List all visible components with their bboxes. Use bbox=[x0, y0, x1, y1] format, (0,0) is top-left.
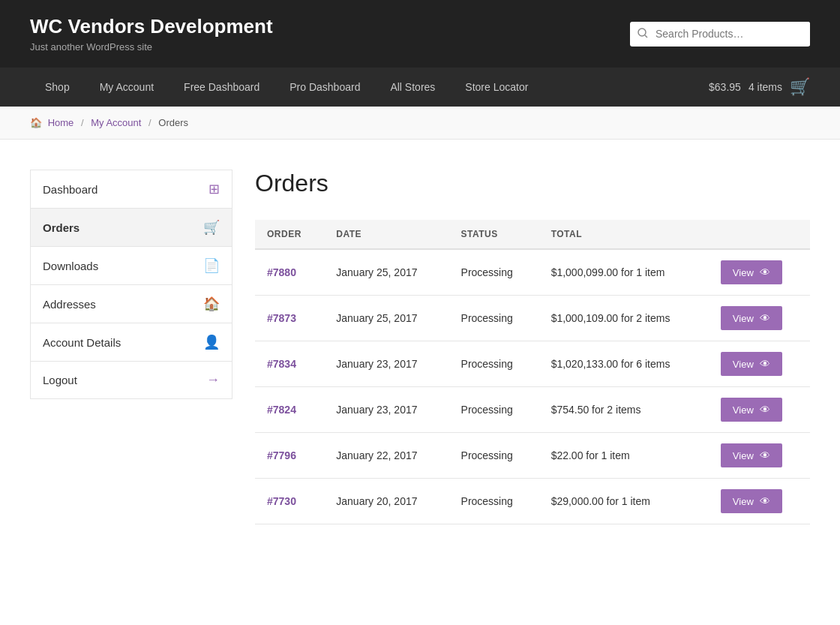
eye-icon: 👁 bbox=[760, 312, 770, 324]
site-header: WC Vendors Development Just another Word… bbox=[0, 0, 840, 68]
breadcrumb: 🏠 Home / My Account / Orders bbox=[0, 107, 840, 140]
sidebar-item-addresses[interactable]: Addresses 🏠 bbox=[30, 284, 232, 323]
table-row: #7796 January 22, 2017 Processing $22.00… bbox=[255, 433, 810, 479]
sidebar-item-downloads[interactable]: Downloads 📄 bbox=[30, 246, 232, 285]
sidebar-item-logout[interactable]: Logout → bbox=[30, 361, 232, 399]
order-link[interactable]: #7834 bbox=[267, 358, 296, 370]
sidebar-item-dashboard[interactable]: Dashboard ⊞ bbox=[30, 170, 232, 209]
orders-table: ORDER DATE STATUS TOTAL #7880 January 25… bbox=[255, 220, 810, 524]
cart-amount: $63.95 bbox=[709, 81, 741, 93]
view-order-button[interactable]: View 👁 bbox=[721, 489, 782, 513]
order-link[interactable]: #7880 bbox=[267, 266, 296, 278]
nav-all-stores[interactable]: All Stores bbox=[375, 68, 450, 107]
search-form bbox=[630, 22, 810, 47]
nav-store-locator[interactable]: Store Locator bbox=[450, 68, 543, 107]
sidebar-logout-label: Logout bbox=[43, 374, 77, 386]
sidebar-item-orders[interactable]: Orders 🛒 bbox=[30, 208, 232, 247]
order-total-cell: $754.50 for 2 items bbox=[539, 387, 709, 433]
page-title: Orders bbox=[255, 170, 810, 197]
order-total-cell: $1,000,109.00 for 2 items bbox=[539, 296, 709, 341]
col-actions bbox=[709, 220, 810, 249]
table-row: #7873 January 25, 2017 Processing $1,000… bbox=[255, 296, 810, 341]
home-icon: 🏠 bbox=[30, 117, 42, 128]
col-date: DATE bbox=[324, 220, 448, 249]
table-row: #7730 January 20, 2017 Processing $29,00… bbox=[255, 479, 810, 524]
order-date-cell: January 23, 2017 bbox=[324, 387, 448, 433]
downloads-icon: 📄 bbox=[203, 257, 220, 274]
order-total-cell: $22.00 for 1 item bbox=[539, 433, 709, 479]
order-number-cell: #7824 bbox=[255, 387, 324, 433]
svg-point-0 bbox=[638, 29, 646, 36]
orders-table-head: ORDER DATE STATUS TOTAL bbox=[255, 220, 810, 249]
nav-shop[interactable]: Shop bbox=[30, 68, 85, 107]
site-title: WC Vendors Development bbox=[30, 15, 273, 38]
view-order-button[interactable]: View 👁 bbox=[721, 398, 782, 422]
order-number-cell: #7880 bbox=[255, 249, 324, 296]
order-status-cell: Processing bbox=[449, 433, 539, 479]
order-status-cell: Processing bbox=[449, 249, 539, 296]
view-order-button[interactable]: View 👁 bbox=[721, 352, 782, 376]
order-date-cell: January 25, 2017 bbox=[324, 296, 448, 341]
col-order: ORDER bbox=[255, 220, 324, 249]
view-order-button[interactable]: View 👁 bbox=[721, 260, 782, 284]
eye-icon: 👁 bbox=[760, 358, 770, 370]
dashboard-icon: ⊞ bbox=[208, 181, 220, 197]
sidebar-addresses-label: Addresses bbox=[43, 298, 96, 311]
logout-icon: → bbox=[206, 372, 220, 388]
order-status-cell: Processing bbox=[449, 341, 539, 387]
breadcrumb-sep-2: / bbox=[148, 117, 152, 128]
nav-pro-dashboard[interactable]: Pro Dashboard bbox=[274, 68, 375, 107]
order-number-cell: #7730 bbox=[255, 479, 324, 524]
order-total-cell: $1,020,133.00 for 6 items bbox=[539, 341, 709, 387]
order-status-cell: Processing bbox=[449, 296, 539, 341]
orders-icon: 🛒 bbox=[203, 219, 220, 236]
nav-my-account[interactable]: My Account bbox=[85, 68, 169, 107]
table-row: #7880 January 25, 2017 Processing $1,000… bbox=[255, 249, 810, 296]
search-input[interactable] bbox=[656, 22, 810, 46]
main-nav: Shop My Account Free Dashboard Pro Dashb… bbox=[0, 68, 840, 107]
site-branding: WC Vendors Development Just another Word… bbox=[30, 15, 273, 53]
order-link[interactable]: #7873 bbox=[267, 312, 296, 324]
order-link[interactable]: #7796 bbox=[267, 449, 296, 461]
sidebar-downloads-label: Downloads bbox=[43, 260, 98, 272]
table-row: #7834 January 23, 2017 Processing $1,020… bbox=[255, 341, 810, 387]
order-number-cell: #7796 bbox=[255, 433, 324, 479]
table-row: #7824 January 23, 2017 Processing $754.5… bbox=[255, 387, 810, 433]
account-details-icon: 👤 bbox=[203, 334, 220, 350]
order-view-cell: View 👁 bbox=[709, 296, 810, 341]
breadcrumb-account-link[interactable]: My Account bbox=[91, 117, 141, 128]
view-order-button[interactable]: View 👁 bbox=[721, 443, 782, 467]
order-view-cell: View 👁 bbox=[709, 341, 810, 387]
order-view-cell: View 👁 bbox=[709, 433, 810, 479]
sidebar-account-details-label: Account Details bbox=[43, 336, 121, 349]
breadcrumb-current: Orders bbox=[158, 117, 188, 128]
main-content: Dashboard ⊞ Orders 🛒 Downloads 📄 Address… bbox=[0, 140, 840, 554]
eye-icon: 👁 bbox=[760, 404, 770, 416]
order-status-cell: Processing bbox=[449, 387, 539, 433]
order-link[interactable]: #7730 bbox=[267, 495, 296, 507]
breadcrumb-home-link[interactable]: Home bbox=[48, 117, 74, 128]
order-total-cell: $29,000.00 for 1 item bbox=[539, 479, 709, 524]
eye-icon: 👁 bbox=[760, 449, 770, 461]
order-date-cell: January 22, 2017 bbox=[324, 433, 448, 479]
sidebar-dashboard-label: Dashboard bbox=[43, 183, 98, 196]
addresses-icon: 🏠 bbox=[203, 296, 220, 312]
nav-links: Shop My Account Free Dashboard Pro Dashb… bbox=[30, 68, 543, 107]
order-total-cell: $1,000,099.00 for 1 item bbox=[539, 249, 709, 296]
nav-free-dashboard[interactable]: Free Dashboard bbox=[169, 68, 274, 107]
orders-area: Orders ORDER DATE STATUS TOTAL #7880 Jan… bbox=[255, 170, 810, 524]
view-order-button[interactable]: View 👁 bbox=[721, 306, 782, 330]
sidebar-item-account-details[interactable]: Account Details 👤 bbox=[30, 323, 232, 362]
search-icon bbox=[630, 22, 656, 47]
order-link[interactable]: #7824 bbox=[267, 404, 296, 416]
order-number-cell: #7834 bbox=[255, 341, 324, 387]
site-tagline: Just another WordPress site bbox=[30, 41, 273, 53]
sidebar: Dashboard ⊞ Orders 🛒 Downloads 📄 Address… bbox=[30, 170, 232, 524]
breadcrumb-sep-1: / bbox=[81, 117, 84, 128]
eye-icon: 👁 bbox=[760, 266, 770, 278]
orders-table-body: #7880 January 25, 2017 Processing $1,000… bbox=[255, 249, 810, 524]
cart-icon[interactable]: 🛒 bbox=[790, 77, 810, 97]
orders-table-header-row: ORDER DATE STATUS TOTAL bbox=[255, 220, 810, 249]
order-view-cell: View 👁 bbox=[709, 479, 810, 524]
col-total: TOTAL bbox=[539, 220, 709, 249]
